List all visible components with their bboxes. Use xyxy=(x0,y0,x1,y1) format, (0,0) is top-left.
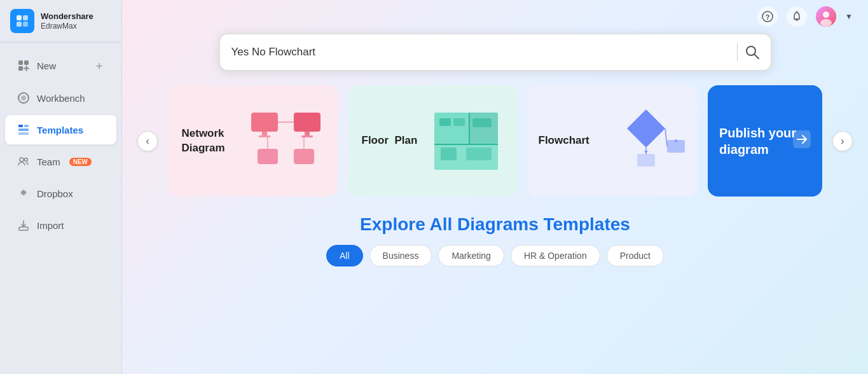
publish-card[interactable]: Publish your diagram xyxy=(708,85,822,197)
svg-rect-47 xyxy=(466,148,492,160)
svg-rect-46 xyxy=(441,148,457,160)
explore-title: Explore All Diagrams Templates xyxy=(160,214,830,235)
svg-rect-3 xyxy=(23,22,28,27)
sidebar-item-dropbox[interactable]: Dropbox xyxy=(5,179,116,208)
filter-tab-product[interactable]: Product xyxy=(607,245,664,267)
sidebar-item-team[interactable]: Team NEW xyxy=(5,147,116,176)
svg-rect-45 xyxy=(472,118,492,127)
team-badge: NEW xyxy=(69,158,92,166)
user-avatar[interactable] xyxy=(816,6,836,27)
svg-point-22 xyxy=(823,11,829,18)
sidebar-item-import[interactable]: Import xyxy=(5,211,116,240)
svg-rect-26 xyxy=(251,113,278,132)
sidebar-item-dropbox-label: Dropbox xyxy=(37,188,73,199)
svg-rect-29 xyxy=(294,113,320,132)
logo-area: Wondershare EdrawMax xyxy=(0,0,121,43)
sidebar: Wondershare EdrawMax New ＋ xyxy=(0,0,122,374)
svg-line-51 xyxy=(665,128,667,146)
svg-rect-44 xyxy=(453,118,465,126)
help-button[interactable]: ? xyxy=(757,6,778,27)
app-logo-icon xyxy=(10,9,34,33)
card-network-diagram[interactable]: NetworkDiagram xyxy=(168,85,338,197)
new-icon xyxy=(17,59,31,73)
svg-rect-50 xyxy=(637,154,655,167)
svg-rect-17 xyxy=(19,227,28,230)
sidebar-item-new-label: New xyxy=(37,60,56,71)
svg-line-25 xyxy=(754,55,759,59)
network-diagram-illustration xyxy=(248,103,324,179)
sidebar-item-import-label: Import xyxy=(37,220,64,231)
svg-point-23 xyxy=(820,19,832,27)
carousel-prev-button[interactable]: ‹ xyxy=(137,131,158,151)
search-box xyxy=(219,33,772,71)
svg-rect-5 xyxy=(24,60,29,65)
svg-rect-34 xyxy=(294,149,314,164)
svg-rect-14 xyxy=(18,132,29,135)
explore-title-colored: All Diagrams Templates xyxy=(430,214,630,234)
filter-tab-marketing[interactable]: Marketing xyxy=(438,245,504,267)
logo-title: Wondershare xyxy=(41,11,93,22)
sidebar-item-team-label: Team xyxy=(37,156,60,167)
svg-rect-28 xyxy=(259,135,270,137)
workbench-icon xyxy=(17,91,31,105)
logo-text: Wondershare EdrawMax xyxy=(41,11,93,31)
svg-rect-43 xyxy=(439,118,451,126)
card-floor-label: Floor Plan xyxy=(362,134,419,148)
top-bar: ? ▼ xyxy=(122,0,868,33)
sidebar-item-templates-label: Templates xyxy=(37,125,83,135)
templates-icon xyxy=(17,123,31,137)
svg-rect-39 xyxy=(469,113,498,144)
svg-rect-33 xyxy=(258,149,278,164)
svg-point-15 xyxy=(20,158,24,162)
avatar-chevron-icon[interactable]: ▼ xyxy=(845,12,853,21)
logo-sub: EdrawMax xyxy=(41,22,93,31)
svg-rect-1 xyxy=(23,15,28,20)
notification-button[interactable] xyxy=(787,6,807,27)
card-floor-plan[interactable]: Floor Plan xyxy=(348,85,518,197)
filter-tab-business[interactable]: Business xyxy=(369,245,432,267)
svg-rect-4 xyxy=(18,60,23,65)
svg-rect-11 xyxy=(18,125,23,127)
bottom-section: Explore All Diagrams Templates All Busin… xyxy=(122,202,868,273)
filter-tab-all[interactable]: All xyxy=(326,245,363,267)
svg-rect-38 xyxy=(434,113,469,144)
card-flowchart[interactable]: Flowchart xyxy=(528,85,698,197)
svg-marker-48 xyxy=(627,109,665,148)
card-flowchart-label: Flowchart xyxy=(539,134,596,148)
sidebar-item-workbench-label: Workbench xyxy=(37,93,85,104)
filter-tabs: All Business Marketing HR & Operation Pr… xyxy=(160,245,830,267)
sidebar-item-new[interactable]: New ＋ xyxy=(5,50,116,81)
svg-rect-13 xyxy=(18,128,29,131)
svg-rect-6 xyxy=(18,66,23,71)
carousel-track: NetworkDiagram xyxy=(158,80,832,202)
carousel-area: ‹ NetworkDiagram xyxy=(122,80,868,202)
team-icon xyxy=(17,155,31,169)
svg-marker-54 xyxy=(644,151,648,154)
svg-rect-0 xyxy=(17,15,22,20)
filter-tab-hr[interactable]: HR & Operation xyxy=(511,245,600,267)
sidebar-item-templates[interactable]: Templates xyxy=(5,115,116,144)
search-input[interactable] xyxy=(231,46,729,59)
dropbox-icon xyxy=(17,186,31,200)
carousel-next-button[interactable]: › xyxy=(832,131,853,151)
card-network-label: NetworkDiagram xyxy=(182,127,239,155)
svg-rect-30 xyxy=(305,132,310,135)
new-plus-icon[interactable]: ＋ xyxy=(93,58,105,73)
search-divider xyxy=(737,43,738,61)
flowchart-illustration xyxy=(605,103,687,179)
svg-rect-2 xyxy=(17,22,22,27)
sidebar-item-workbench[interactable]: Workbench xyxy=(5,83,116,113)
main-content: ? ▼ xyxy=(122,0,868,374)
svg-rect-12 xyxy=(24,125,29,127)
import-icon xyxy=(17,218,31,232)
publish-arrow-icon xyxy=(793,130,811,152)
svg-text:?: ? xyxy=(766,13,770,21)
svg-rect-31 xyxy=(301,135,313,137)
sidebar-nav: New ＋ Workbench Temp xyxy=(0,43,121,374)
floor-plan-illustration xyxy=(428,103,504,179)
explore-title-static: Explore xyxy=(360,214,429,234)
svg-point-16 xyxy=(25,158,28,162)
svg-point-10 xyxy=(21,95,26,100)
svg-rect-27 xyxy=(262,132,267,135)
search-button[interactable] xyxy=(745,45,759,59)
